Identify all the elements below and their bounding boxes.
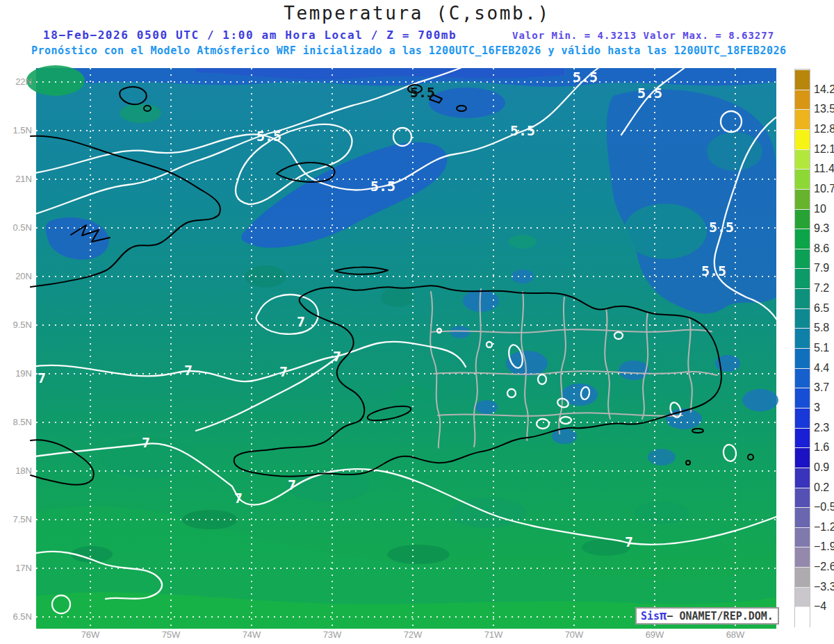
- colorbar-tick-label: 10.7: [814, 183, 834, 195]
- colorbar-segment: [795, 488, 810, 509]
- colorbar-tick-label: 13.5: [814, 103, 834, 115]
- colorbar-segment: [795, 69, 810, 90]
- contour-label: 5.5: [709, 219, 734, 236]
- colorbar-segment: [795, 189, 810, 210]
- lat-tick-label: 6.5N: [0, 611, 32, 622]
- contour-label: 7: [288, 477, 296, 493]
- lat-tick-label: 19N: [0, 368, 32, 379]
- contour-label: 7: [333, 348, 341, 365]
- colorbar-tick-label: 7.2: [814, 282, 829, 295]
- lat-tick-label: 21N: [0, 174, 32, 184]
- colorbar-tick-label: 10: [814, 203, 826, 215]
- contour-label: 7: [38, 370, 46, 386]
- weather-map-page: Temperatura (C,somb.) 18−Feb−2026 0500 U…: [0, 0, 834, 644]
- lat-tick-label: 17N: [0, 563, 32, 573]
- lat-tick-label: 22N: [0, 76, 32, 87]
- lat-tick-label: 20N: [0, 271, 32, 281]
- colorbar-scale: [795, 69, 810, 627]
- colorbar-tick-label: 8.6: [814, 242, 829, 255]
- colorbar-segment: [795, 587, 810, 608]
- colorbar-segment: [795, 249, 810, 270]
- min-max-values: Valor Min. = 4.3213 Valor Max. = 8.63277: [512, 30, 774, 41]
- colorbar-tick-label: 12.1: [814, 143, 834, 156]
- credit-text: − ONAMET/REP.DOM.: [667, 610, 774, 622]
- colorbar-segment: [795, 447, 810, 468]
- contour-label: 5.5: [510, 122, 535, 139]
- colorbar-segment: [795, 567, 810, 588]
- colorbar-tick-label: 6.5: [814, 302, 829, 315]
- colorbar-tick-label: 4.4: [814, 362, 829, 374]
- colorbar-tick-label: −3.3: [814, 581, 834, 593]
- colorbar-segment: [795, 547, 810, 568]
- colorbar-segment: [795, 129, 810, 150]
- lon-tick-label: 72W: [395, 629, 431, 640]
- lat-tick-label: 8.5N: [0, 417, 32, 427]
- colorbar: 14.213.512.812.111.410.7109.38.67.97.26.…: [795, 69, 834, 632]
- colorbar-tick-label: 9.3: [814, 222, 829, 235]
- contour-label: 7: [184, 362, 193, 379]
- credit-badge: Sisπ− ONAMET/REP.DOM.: [635, 607, 779, 625]
- page-title: Temperatura (C,somb.): [284, 3, 550, 24]
- model-run-subtitle: Pronóstico con el Modelo Atmósferico WRF…: [31, 44, 787, 57]
- colorbar-segment: [795, 527, 810, 548]
- valid-time-subtitle: 18−Feb−2026 0500 UTC / 1:00 am Hora Loca…: [43, 28, 457, 42]
- colorbar-tick-label: 5.1: [814, 342, 829, 354]
- colorbar-tick-label: 3: [814, 402, 820, 414]
- colorbar-tick-label: −0.5: [814, 501, 834, 513]
- contour-label: 5.5: [573, 69, 598, 85]
- colorbar-segment: [795, 368, 810, 389]
- contour-label: 5.5: [637, 85, 662, 101]
- contour-label: 7: [297, 313, 305, 330]
- colorbar-segment: [795, 149, 810, 170]
- colorbar-segment: [795, 109, 810, 130]
- colorbar-tick-label: 0.9: [814, 461, 829, 474]
- colorbar-segment: [795, 328, 810, 349]
- lon-tick-label: 69W: [637, 629, 673, 640]
- colorbar-tick-label: 7.9: [814, 262, 829, 274]
- lat-tick-label: 7.5N: [0, 514, 32, 525]
- colorbar-segment: [795, 209, 810, 230]
- colorbar-tick-label: 12.8: [814, 123, 834, 135]
- colorbar-tick-label: 1.6: [814, 441, 829, 454]
- lon-tick-label: 73W: [314, 629, 350, 640]
- contour-label: 7: [142, 434, 150, 451]
- colorbar-segment: [795, 408, 810, 429]
- lon-tick-label: 71W: [475, 629, 512, 640]
- contour-label: 7: [625, 534, 633, 550]
- lon-tick-label: 76W: [72, 629, 108, 640]
- colorbar-tick-label: 14.2: [814, 83, 834, 96]
- lat-tick-label: 18N: [0, 465, 32, 476]
- temperature-contour-map: 5.55.55.55.55.55.55.55.5777777777: [36, 68, 776, 629]
- contour-label: 7: [234, 490, 243, 506]
- lat-tick-label: 1.5N: [0, 125, 32, 135]
- lon-tick-label: 75W: [153, 629, 189, 640]
- contour-label: 5.5: [370, 178, 395, 195]
- lat-tick-label: 9.5N: [0, 320, 32, 330]
- contour-label: 5.5: [256, 128, 281, 145]
- colorbar-segment: [795, 388, 810, 408]
- colorbar-segment: [795, 348, 810, 369]
- colorbar-tick-label: −4: [814, 600, 826, 613]
- colorbar-tick-label: 3.7: [814, 381, 829, 394]
- sispi-logo-text: Sis: [641, 610, 660, 622]
- lon-tick-label: 74W: [234, 629, 270, 640]
- colorbar-tick-label: −2.6: [814, 561, 834, 573]
- colorbar-segment: [795, 288, 810, 309]
- colorbar-segment: [795, 606, 810, 627]
- colorbar-segment: [795, 169, 810, 190]
- pi-glyph: π: [660, 609, 667, 622]
- contour-label: 5.5: [701, 263, 726, 279]
- colorbar-tick-label: 2.3: [814, 422, 829, 434]
- colorbar-segment: [795, 268, 810, 289]
- colorbar-segment: [795, 468, 810, 488]
- colorbar-segment: [795, 428, 810, 449]
- colorbar-tick-label: 5.8: [814, 322, 829, 334]
- colorbar-segment: [795, 90, 810, 110]
- colorbar-segment: [795, 507, 810, 528]
- colorbar-tick-label: 0.2: [814, 481, 829, 494]
- colorbar-tick-label: 11.4: [814, 163, 834, 175]
- colorbar-tick-label: −1.9: [814, 540, 834, 553]
- colorbar-segment: [795, 308, 810, 329]
- lon-tick-label: 68W: [717, 629, 753, 640]
- contour-label: 7: [279, 363, 288, 380]
